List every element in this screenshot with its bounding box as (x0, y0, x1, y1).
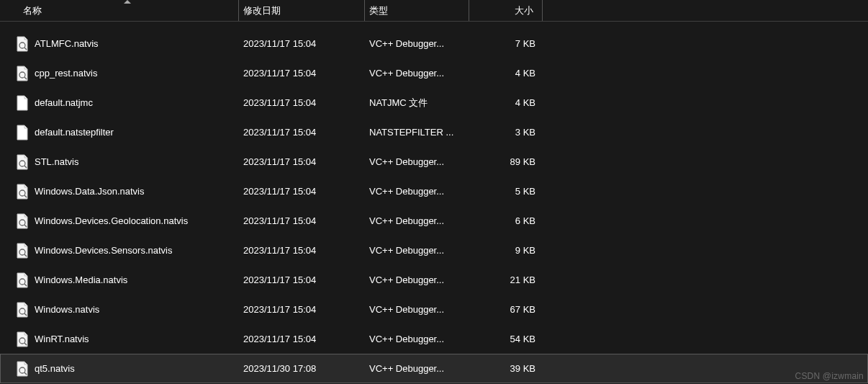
file-name-label: WinRT.natvis (35, 334, 89, 344)
file-type-cell: VC++ Debugger... (365, 68, 469, 79)
file-row[interactable]: ATLMFC.natvis2023/11/17 15:04VC++ Debugg… (0, 29, 868, 58)
file-row[interactable]: qt5.natvis2023/11/30 17:08VC++ Debugger.… (0, 354, 868, 383)
file-type-cell: NATSTEPFILTER ... (365, 127, 469, 138)
file-type-cell: VC++ Debugger... (365, 156, 469, 167)
file-name-cell: STL.natvis (16, 154, 239, 170)
natvis-file-icon (16, 302, 29, 318)
column-header-name-label: 名称 (23, 4, 42, 17)
file-name-cell: cpp_rest.natvis (16, 66, 239, 81)
natvis-file-icon (16, 272, 29, 288)
file-name-cell: default.natstepfilter (16, 125, 239, 140)
file-name-label: Windows.natvis (35, 304, 99, 315)
file-size-cell: 67 KB (469, 304, 543, 315)
file-date-cell: 2023/11/17 15:04 (239, 186, 365, 197)
file-name-label: Windows.Devices.Sensors.natvis (35, 245, 172, 256)
file-row[interactable]: WinRT.natvis2023/11/17 15:04VC++ Debugge… (0, 324, 868, 354)
column-header-row: 名称 修改日期 类型 大小 (0, 0, 868, 22)
file-size-cell: 4 KB (469, 68, 543, 79)
natvis-file-icon (16, 36, 29, 52)
file-date-cell: 2023/11/17 15:04 (239, 304, 365, 315)
file-name-cell: ATLMFC.natvis (16, 36, 239, 52)
natvis-file-icon (16, 331, 29, 347)
column-header-size[interactable]: 大小 (469, 0, 543, 21)
file-date-cell: 2023/11/17 15:04 (239, 245, 365, 256)
file-date-cell: 2023/11/17 15:04 (239, 68, 365, 79)
natvis-file-icon (16, 361, 29, 377)
file-date-cell: 2023/11/17 15:04 (239, 127, 365, 138)
file-name-label: default.natstepfilter (35, 127, 114, 138)
file-type-cell: VC++ Debugger... (365, 274, 469, 285)
file-row[interactable]: cpp_rest.natvis2023/11/17 15:04VC++ Debu… (0, 58, 868, 88)
column-header-size-label: 大小 (515, 4, 533, 17)
column-header-name[interactable]: 名称 (16, 0, 239, 21)
natvis-file-icon (16, 154, 29, 170)
file-name-label: Windows.Data.Json.natvis (35, 186, 144, 197)
file-date-cell: 2023/11/17 15:04 (239, 334, 365, 344)
column-header-date-label: 修改日期 (243, 4, 281, 17)
file-type-cell: VC++ Debugger... (365, 363, 469, 374)
file-name-label: ATLMFC.natvis (35, 38, 99, 49)
file-name-cell: Windows.Data.Json.natvis (16, 184, 239, 200)
file-row[interactable]: Windows.natvis2023/11/17 15:04VC++ Debug… (0, 295, 868, 324)
file-date-cell: 2023/11/17 15:04 (239, 156, 365, 167)
file-name-cell: Windows.Devices.Geolocation.natvis (16, 213, 239, 229)
file-rows-container: ATLMFC.natvis2023/11/17 15:04VC++ Debugg… (0, 22, 868, 383)
file-name-label: qt5.natvis (35, 363, 75, 374)
file-size-cell: 39 KB (469, 363, 543, 374)
file-name-label: STL.natvis (35, 156, 78, 167)
file-row[interactable]: default.natstepfilter2023/11/17 15:04NAT… (0, 117, 868, 147)
file-name-cell: Windows.Devices.Sensors.natvis (16, 243, 239, 259)
file-row[interactable]: STL.natvis2023/11/17 15:04VC++ Debugger.… (0, 147, 868, 177)
file-size-cell: 89 KB (469, 156, 543, 167)
file-name-label: Windows.Media.natvis (35, 274, 127, 285)
file-size-cell: 7 KB (469, 38, 543, 49)
file-type-cell: VC++ Debugger... (365, 38, 469, 49)
file-name-cell: Windows.Media.natvis (16, 272, 239, 288)
file-size-cell: 54 KB (469, 334, 543, 344)
file-type-cell: NATJMC 文件 (365, 97, 469, 110)
file-name-label: Windows.Devices.Geolocation.natvis (35, 215, 188, 226)
watermark-text: CSDN @izwmain (795, 371, 864, 381)
sort-ascending-icon (124, 0, 131, 4)
file-date-cell: 2023/11/30 17:08 (239, 363, 365, 374)
natvis-file-icon (16, 243, 29, 259)
file-name-label: cpp_rest.natvis (35, 68, 97, 79)
file-name-cell: default.natjmc (16, 95, 239, 111)
file-type-cell: VC++ Debugger... (365, 245, 469, 256)
file-size-cell: 5 KB (469, 186, 543, 197)
file-name-cell: Windows.natvis (16, 302, 239, 318)
file-row[interactable]: default.natjmc2023/11/17 15:04NATJMC 文件4… (0, 88, 868, 117)
file-row[interactable]: Windows.Devices.Geolocation.natvis2023/1… (0, 206, 868, 236)
file-list-table: 名称 修改日期 类型 大小 ATLMFC.natvis2023/11/17 15… (0, 0, 868, 383)
column-header-date[interactable]: 修改日期 (239, 0, 365, 21)
file-size-cell: 4 KB (469, 97, 543, 108)
column-header-type-label: 类型 (369, 4, 388, 17)
file-size-cell: 3 KB (469, 127, 543, 138)
plain-file-icon (16, 125, 29, 140)
file-type-cell: VC++ Debugger... (365, 215, 469, 226)
file-size-cell: 21 KB (469, 274, 543, 285)
file-date-cell: 2023/11/17 15:04 (239, 38, 365, 49)
file-row[interactable]: Windows.Data.Json.natvis2023/11/17 15:04… (0, 177, 868, 206)
natvis-file-icon (16, 184, 29, 200)
file-name-cell: WinRT.natvis (16, 331, 239, 347)
file-name-label: default.natjmc (35, 97, 93, 108)
file-date-cell: 2023/11/17 15:04 (239, 97, 365, 108)
natvis-file-icon (16, 66, 29, 81)
file-type-cell: VC++ Debugger... (365, 186, 469, 197)
file-row[interactable]: Windows.Devices.Sensors.natvis2023/11/17… (0, 236, 868, 265)
file-size-cell: 6 KB (469, 215, 543, 226)
file-date-cell: 2023/11/17 15:04 (239, 274, 365, 285)
plain-file-icon (16, 95, 29, 111)
file-row[interactable]: Windows.Media.natvis2023/11/17 15:04VC++… (0, 265, 868, 295)
natvis-file-icon (16, 213, 29, 229)
file-type-cell: VC++ Debugger... (365, 334, 469, 344)
file-date-cell: 2023/11/17 15:04 (239, 215, 365, 226)
file-type-cell: VC++ Debugger... (365, 304, 469, 315)
file-name-cell: qt5.natvis (16, 361, 239, 377)
column-header-type[interactable]: 类型 (365, 0, 469, 21)
file-size-cell: 9 KB (469, 245, 543, 256)
